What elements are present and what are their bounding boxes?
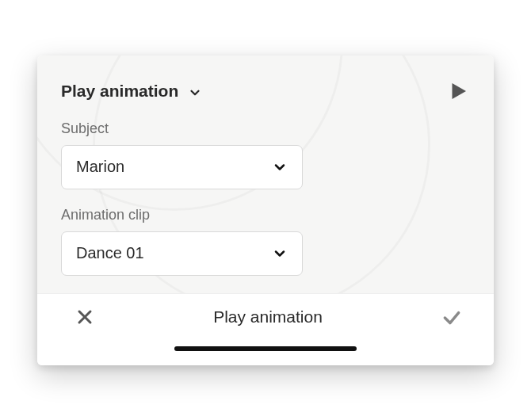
chevron-down-icon (272, 246, 288, 262)
animation-clip-field: Animation clip Dance 01 (61, 207, 470, 276)
subject-label: Subject (61, 120, 470, 137)
footer-title: Play animation (213, 307, 323, 326)
svg-marker-0 (453, 83, 467, 99)
panel-title: Play animation (61, 82, 178, 101)
subject-value: Marion (76, 158, 124, 176)
cancel-button[interactable] (75, 307, 94, 326)
chevron-down-icon (188, 86, 202, 100)
animation-clip-select[interactable]: Dance 01 (61, 231, 303, 276)
play-icon (446, 79, 470, 103)
home-indicator-area (37, 338, 494, 365)
panel-body: Play animation Subject Marion Animation … (37, 55, 494, 293)
close-icon (75, 307, 94, 326)
home-indicator[interactable] (174, 346, 357, 351)
check-icon (441, 307, 462, 327)
animation-clip-value: Dance 01 (76, 244, 144, 262)
subject-select[interactable]: Marion (61, 145, 303, 189)
panel-footer: Play animation (37, 293, 494, 338)
animation-clip-label: Animation clip (61, 207, 470, 223)
play-animation-panel: Play animation Subject Marion Animation … (37, 55, 494, 365)
chevron-down-icon (272, 159, 288, 175)
panel-header: Play animation (61, 79, 470, 103)
play-button[interactable] (446, 79, 470, 103)
confirm-button[interactable] (441, 307, 462, 327)
collapse-toggle[interactable] (188, 82, 202, 100)
subject-field: Subject Marion (61, 120, 470, 189)
